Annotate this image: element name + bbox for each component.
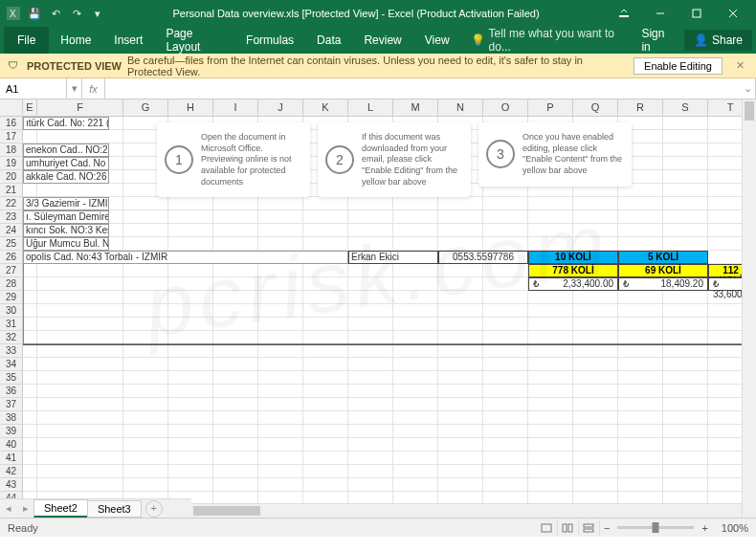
name-box[interactable]: A1 xyxy=(0,78,67,99)
cell-address-25[interactable]: Uğur Mumcu Bul. N xyxy=(23,237,109,251)
col-header-J[interactable]: J xyxy=(258,99,303,116)
view-tab[interactable]: View xyxy=(413,28,461,53)
row-header-35[interactable]: 35 xyxy=(0,371,23,385)
col-header-I[interactable]: I xyxy=(213,99,258,116)
undo-icon[interactable]: ↶ xyxy=(48,6,63,21)
share-button[interactable]: 👤Share xyxy=(684,30,752,51)
namebox-dropdown-icon[interactable]: ▾ xyxy=(67,78,82,99)
pagelayout-view-icon[interactable] xyxy=(558,520,579,536)
sheet-tab-sheet3[interactable]: Sheet3 xyxy=(87,500,142,518)
col-header-M[interactable]: M xyxy=(393,99,438,116)
col-header-S[interactable]: S xyxy=(663,99,708,116)
row-header-19[interactable]: 19 xyxy=(0,157,23,170)
formula-expand-icon[interactable]: ⌄ xyxy=(741,78,756,99)
row-header-23[interactable]: 23 xyxy=(0,210,23,224)
maximize-button[interactable] xyxy=(679,4,714,23)
cell-address-20[interactable]: akkale Cad. NO:26 xyxy=(23,170,109,184)
row-header-21[interactable]: 21 xyxy=(0,184,23,197)
insert-tab[interactable]: Insert xyxy=(102,28,154,53)
zoom-out-button[interactable]: − xyxy=(600,522,613,534)
formulas-tab[interactable]: Formulas xyxy=(234,28,305,53)
cell-address-22[interactable]: 3/3 Gaziemir - İZMİ xyxy=(23,197,109,210)
horizontal-scrollbar[interactable] xyxy=(191,503,742,518)
row-headers[interactable]: 1617181920212223242526272829303132333435… xyxy=(0,117,23,518)
save-icon[interactable]: 💾 xyxy=(27,6,42,21)
review-tab[interactable]: Review xyxy=(352,28,412,53)
row-header-38[interactable]: 38 xyxy=(0,411,23,425)
row-header-18[interactable]: 18 xyxy=(0,143,23,157)
cell-address-19[interactable]: umhuriyet Cad. No xyxy=(23,157,109,170)
cell-header-5koli[interactable]: 5 KOLİ xyxy=(618,251,708,264)
cell-69koli[interactable]: 69 KOLİ xyxy=(618,264,708,277)
sheet-nav-prev-icon[interactable]: ◂ xyxy=(0,502,17,515)
row-header-32[interactable]: 32 xyxy=(0,331,23,344)
col-header-N[interactable]: N xyxy=(438,99,483,116)
row-header-33[interactable]: 33 xyxy=(0,344,23,358)
tellme-search[interactable]: 💡Tell me what you want to do... xyxy=(461,27,631,54)
normal-view-icon[interactable] xyxy=(537,520,558,536)
column-headers[interactable]: EFGHIJKLMNOPQRST xyxy=(0,99,756,117)
fx-icon[interactable]: fx xyxy=(82,78,105,99)
col-header-R[interactable]: R xyxy=(618,99,663,116)
col-header-L[interactable]: L xyxy=(348,99,393,116)
row-header-41[interactable]: 41 xyxy=(0,452,23,465)
col-header-E[interactable]: E xyxy=(23,99,37,116)
col-header-O[interactable]: O xyxy=(483,99,528,116)
col-header-K[interactable]: K xyxy=(303,99,348,116)
cell-money-1[interactable]: ₺2,33,400.00 xyxy=(528,277,618,291)
minimize-button[interactable] xyxy=(643,4,678,23)
zoom-slider[interactable] xyxy=(617,526,694,529)
row-header-40[interactable]: 40 xyxy=(0,438,23,452)
col-header-P[interactable]: P xyxy=(528,99,573,116)
enable-editing-button[interactable]: Enable Editing xyxy=(634,57,723,75)
data-tab[interactable]: Data xyxy=(305,28,352,53)
col-header-Q[interactable]: Q xyxy=(573,99,618,116)
row-header-37[interactable]: 37 xyxy=(0,398,23,411)
row-header-28[interactable]: 28 xyxy=(0,277,23,291)
cell-phone-26[interactable]: 0553.5597786 xyxy=(438,251,528,264)
row-header-36[interactable]: 36 xyxy=(0,385,23,398)
col-header-F[interactable]: F xyxy=(37,99,123,116)
zoom-in-button[interactable]: + xyxy=(698,522,711,534)
col-header-H[interactable]: H xyxy=(168,99,213,116)
zoom-level[interactable]: 100% xyxy=(722,522,748,534)
cell-address-23[interactable]: ı. Süleyman Demire xyxy=(23,210,109,224)
cell-name-26[interactable]: Erkan Ekici xyxy=(348,251,438,264)
row-header-31[interactable]: 31 xyxy=(0,318,23,331)
row-header-29[interactable]: 29 xyxy=(0,291,23,304)
cell-address-16[interactable]: ıtürk Cad. No: 221 ( xyxy=(23,117,109,130)
row-header-42[interactable]: 42 xyxy=(0,465,23,478)
cell-address-18[interactable]: enekon Cad.. NO:2 xyxy=(23,143,109,157)
signin-link[interactable]: Sign in xyxy=(630,27,684,54)
cell-header-10koli[interactable]: 10 KOLİ xyxy=(528,251,618,264)
close-bar-icon[interactable]: ✕ xyxy=(732,59,748,72)
col-header-G[interactable]: G xyxy=(123,99,168,116)
row-header-25[interactable]: 25 xyxy=(0,237,23,251)
sheet-tab-sheet2[interactable]: Sheet2 xyxy=(33,499,88,518)
row-header-24[interactable]: 24 xyxy=(0,224,23,237)
row-header-22[interactable]: 22 xyxy=(0,197,23,210)
pagebreak-view-icon[interactable] xyxy=(579,520,600,536)
row-header-43[interactable]: 43 xyxy=(0,478,23,492)
row-header-30[interactable]: 30 xyxy=(0,304,23,318)
cell-address-24[interactable]: kıncı Sok. NO:3 Keş xyxy=(23,224,109,237)
row-header-17[interactable]: 17 xyxy=(0,130,23,143)
cells-area[interactable]: 1 Open the document in Microsoft Office.… xyxy=(23,117,756,518)
row-header-26[interactable]: 26 xyxy=(0,251,23,264)
cell-778koli[interactable]: 778 KOLİ xyxy=(528,264,618,277)
row-header-16[interactable]: 16 xyxy=(0,117,23,130)
vertical-scrollbar[interactable] xyxy=(742,99,756,518)
close-button[interactable] xyxy=(716,4,750,23)
row-header-39[interactable]: 39 xyxy=(0,425,23,438)
row-header-34[interactable]: 34 xyxy=(0,358,23,371)
redo-icon[interactable]: ↷ xyxy=(69,6,84,21)
cell-address-26[interactable]: opolis Cad. No:43 Torbalı - İZMİR xyxy=(23,251,348,264)
formula-bar[interactable] xyxy=(105,78,741,99)
ribbon-options-icon[interactable] xyxy=(607,4,641,23)
sheet-nav-next-icon[interactable]: ▸ xyxy=(17,502,34,515)
cell-money-2[interactable]: ₺18,409.20 xyxy=(618,277,708,291)
row-header-20[interactable]: 20 xyxy=(0,170,23,184)
row-header-27[interactable]: 27 xyxy=(0,264,23,277)
qat-dropdown-icon[interactable]: ▾ xyxy=(90,6,105,21)
add-sheet-button[interactable]: + xyxy=(145,500,163,518)
